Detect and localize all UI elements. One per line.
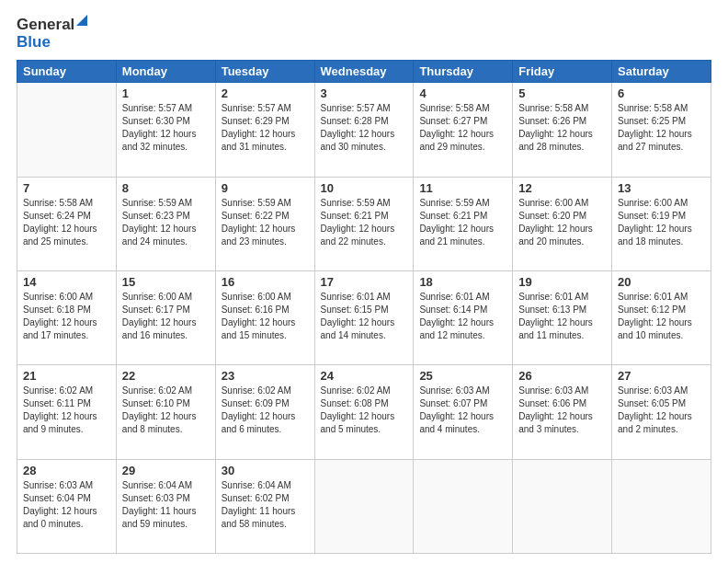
weekday-header-wednesday: Wednesday <box>314 61 414 83</box>
calendar-cell: 15Sunrise: 6:00 AM Sunset: 6:17 PM Dayli… <box>116 271 215 365</box>
day-info: Sunrise: 6:00 AM Sunset: 6:19 PM Dayligh… <box>618 197 705 248</box>
day-info: Sunrise: 6:02 AM Sunset: 6:11 PM Dayligh… <box>23 385 110 436</box>
weekday-header-thursday: Thursday <box>414 61 513 83</box>
day-info: Sunrise: 6:02 AM Sunset: 6:10 PM Dayligh… <box>122 385 210 436</box>
day-number: 19 <box>518 275 606 289</box>
calendar-cell: 10Sunrise: 5:59 AM Sunset: 6:21 PM Dayli… <box>314 177 414 270</box>
day-info: Sunrise: 6:04 AM Sunset: 6:02 PM Dayligh… <box>222 479 309 531</box>
calendar-cell: 22Sunrise: 6:02 AM Sunset: 6:10 PM Dayli… <box>116 365 215 459</box>
calendar-cell: 7Sunrise: 5:58 AM Sunset: 6:24 PM Daylig… <box>17 177 117 270</box>
calendar-cell: 3Sunrise: 5:57 AM Sunset: 6:28 PM Daylig… <box>314 83 414 177</box>
day-number: 27 <box>618 369 705 383</box>
calendar-cell: 6Sunrise: 5:58 AM Sunset: 6:25 PM Daylig… <box>612 83 711 177</box>
day-number: 20 <box>618 275 705 289</box>
week-row-2: 7Sunrise: 5:58 AM Sunset: 6:24 PM Daylig… <box>17 177 711 270</box>
calendar-cell: 24Sunrise: 6:02 AM Sunset: 6:08 PM Dayli… <box>314 365 414 459</box>
calendar-cell: 11Sunrise: 5:59 AM Sunset: 6:21 PM Dayli… <box>414 177 513 270</box>
day-number: 15 <box>122 275 210 289</box>
page: GeneralBlue SundayMondayTuesdayWednesday… <box>0 0 728 563</box>
calendar-cell: 29Sunrise: 6:04 AM Sunset: 6:03 PM Dayli… <box>116 459 215 553</box>
day-info: Sunrise: 6:01 AM Sunset: 6:15 PM Dayligh… <box>321 291 408 342</box>
weekday-header-monday: Monday <box>116 61 215 83</box>
day-info: Sunrise: 6:00 AM Sunset: 6:17 PM Dayligh… <box>122 291 210 342</box>
day-number: 9 <box>222 181 309 195</box>
day-info: Sunrise: 6:04 AM Sunset: 6:03 PM Dayligh… <box>122 479 210 531</box>
day-number: 6 <box>618 86 705 100</box>
day-info: Sunrise: 5:59 AM Sunset: 6:23 PM Dayligh… <box>122 197 210 248</box>
day-number: 16 <box>222 275 309 289</box>
calendar-cell: 25Sunrise: 6:03 AM Sunset: 6:07 PM Dayli… <box>414 365 513 459</box>
day-info: Sunrise: 6:02 AM Sunset: 6:09 PM Dayligh… <box>222 385 309 436</box>
calendar-cell: 9Sunrise: 5:59 AM Sunset: 6:22 PM Daylig… <box>215 177 314 270</box>
calendar-cell: 23Sunrise: 6:02 AM Sunset: 6:09 PM Dayli… <box>215 365 314 459</box>
calendar-cell: 1Sunrise: 5:57 AM Sunset: 6:30 PM Daylig… <box>116 83 215 177</box>
day-info: Sunrise: 6:03 AM Sunset: 6:05 PM Dayligh… <box>618 385 705 436</box>
day-info: Sunrise: 6:03 AM Sunset: 6:04 PM Dayligh… <box>23 479 110 531</box>
day-number: 22 <box>122 369 210 383</box>
day-number: 11 <box>419 181 506 195</box>
day-number: 13 <box>618 181 705 195</box>
logo: GeneralBlue <box>17 17 87 51</box>
day-number: 17 <box>321 275 408 289</box>
day-info: Sunrise: 5:58 AM Sunset: 6:24 PM Dayligh… <box>23 197 110 248</box>
day-info: Sunrise: 6:01 AM Sunset: 6:14 PM Dayligh… <box>419 291 506 342</box>
day-info: Sunrise: 5:58 AM Sunset: 6:27 PM Dayligh… <box>419 102 506 154</box>
day-number: 21 <box>23 369 110 383</box>
day-info: Sunrise: 5:59 AM Sunset: 6:22 PM Dayligh… <box>222 197 309 248</box>
calendar-cell: 21Sunrise: 6:02 AM Sunset: 6:11 PM Dayli… <box>17 365 117 459</box>
calendar-cell <box>612 459 711 553</box>
day-number: 14 <box>23 275 110 289</box>
calendar-cell: 16Sunrise: 6:00 AM Sunset: 6:16 PM Dayli… <box>215 271 314 365</box>
day-number: 3 <box>321 86 408 100</box>
calendar-cell: 27Sunrise: 6:03 AM Sunset: 6:05 PM Dayli… <box>612 365 711 459</box>
weekday-header-row: SundayMondayTuesdayWednesdayThursdayFrid… <box>17 61 711 83</box>
day-info: Sunrise: 5:57 AM Sunset: 6:30 PM Dayligh… <box>122 102 210 154</box>
calendar-cell: 28Sunrise: 6:03 AM Sunset: 6:04 PM Dayli… <box>17 459 117 553</box>
day-info: Sunrise: 6:03 AM Sunset: 6:07 PM Dayligh… <box>419 385 506 436</box>
week-row-5: 28Sunrise: 6:03 AM Sunset: 6:04 PM Dayli… <box>17 459 711 553</box>
week-row-4: 21Sunrise: 6:02 AM Sunset: 6:11 PM Dayli… <box>17 365 711 459</box>
calendar-cell: 20Sunrise: 6:01 AM Sunset: 6:12 PM Dayli… <box>612 271 711 365</box>
calendar-cell <box>314 459 414 553</box>
calendar-cell <box>17 83 117 177</box>
day-info: Sunrise: 6:03 AM Sunset: 6:06 PM Dayligh… <box>518 385 606 436</box>
day-number: 10 <box>321 181 408 195</box>
week-row-3: 14Sunrise: 6:00 AM Sunset: 6:18 PM Dayli… <box>17 271 711 365</box>
day-info: Sunrise: 6:00 AM Sunset: 6:18 PM Dayligh… <box>23 291 110 342</box>
day-number: 28 <box>23 464 110 477</box>
calendar-cell: 2Sunrise: 5:57 AM Sunset: 6:29 PM Daylig… <box>215 83 314 177</box>
header: GeneralBlue <box>17 17 711 51</box>
day-number: 23 <box>222 369 309 383</box>
day-info: Sunrise: 6:00 AM Sunset: 6:20 PM Dayligh… <box>518 197 606 248</box>
weekday-header-saturday: Saturday <box>612 61 711 83</box>
day-number: 18 <box>419 275 506 289</box>
day-number: 5 <box>518 86 606 100</box>
logo-text: GeneralBlue <box>17 17 87 51</box>
day-number: 12 <box>518 181 606 195</box>
week-row-1: 1Sunrise: 5:57 AM Sunset: 6:30 PM Daylig… <box>17 83 711 177</box>
day-info: Sunrise: 5:59 AM Sunset: 6:21 PM Dayligh… <box>419 197 506 248</box>
calendar-cell: 5Sunrise: 5:58 AM Sunset: 6:26 PM Daylig… <box>513 83 612 177</box>
day-number: 26 <box>518 369 606 383</box>
day-number: 29 <box>122 464 210 477</box>
calendar-cell <box>513 459 612 553</box>
day-number: 25 <box>419 369 506 383</box>
day-info: Sunrise: 6:00 AM Sunset: 6:16 PM Dayligh… <box>222 291 309 342</box>
calendar-cell: 18Sunrise: 6:01 AM Sunset: 6:14 PM Dayli… <box>414 271 513 365</box>
day-number: 4 <box>419 86 506 100</box>
day-info: Sunrise: 5:58 AM Sunset: 6:25 PM Dayligh… <box>618 102 705 154</box>
weekday-header-sunday: Sunday <box>17 61 117 83</box>
calendar-cell: 12Sunrise: 6:00 AM Sunset: 6:20 PM Dayli… <box>513 177 612 270</box>
calendar-cell: 4Sunrise: 5:58 AM Sunset: 6:27 PM Daylig… <box>414 83 513 177</box>
day-number: 7 <box>23 181 110 195</box>
day-number: 8 <box>122 181 210 195</box>
calendar-cell: 30Sunrise: 6:04 AM Sunset: 6:02 PM Dayli… <box>215 459 314 553</box>
calendar-table: SundayMondayTuesdayWednesdayThursdayFrid… <box>17 60 711 554</box>
calendar-cell: 13Sunrise: 6:00 AM Sunset: 6:19 PM Dayli… <box>612 177 711 270</box>
calendar-cell: 19Sunrise: 6:01 AM Sunset: 6:13 PM Dayli… <box>513 271 612 365</box>
day-info: Sunrise: 6:01 AM Sunset: 6:12 PM Dayligh… <box>618 291 705 342</box>
calendar-cell <box>414 459 513 553</box>
day-info: Sunrise: 5:58 AM Sunset: 6:26 PM Dayligh… <box>518 102 606 154</box>
day-number: 2 <box>222 86 309 100</box>
calendar-cell: 17Sunrise: 6:01 AM Sunset: 6:15 PM Dayli… <box>314 271 414 365</box>
